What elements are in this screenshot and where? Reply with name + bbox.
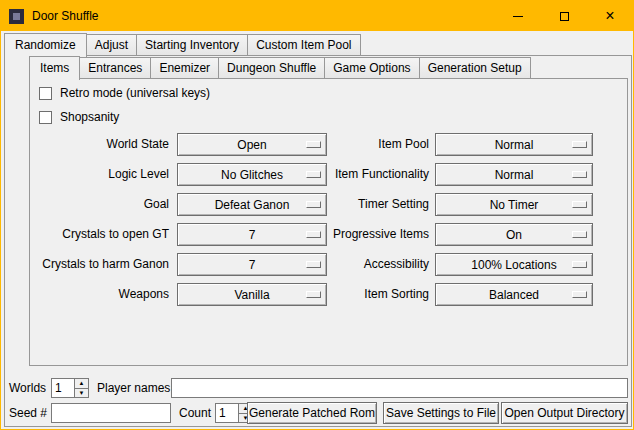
worlds-spin-arrows: ▲ ▼ xyxy=(74,379,88,397)
window-title: Door Shuffle xyxy=(32,9,99,23)
logic-level-label: Logic Level xyxy=(31,163,169,186)
item-functionality-value: Normal xyxy=(495,168,534,182)
progressive-items-label: Progressive Items xyxy=(279,223,429,246)
tab-entrances[interactable]: Entrances xyxy=(79,57,151,79)
caption-buttons: × xyxy=(495,1,633,31)
seed-label: Seed # xyxy=(9,403,47,424)
shopsanity-checkbox[interactable] xyxy=(39,111,52,124)
accessibility-label: Accessibility xyxy=(279,253,429,276)
worlds-input[interactable] xyxy=(52,379,74,397)
minimize-icon xyxy=(513,16,523,17)
close-button[interactable]: × xyxy=(587,1,633,31)
timer-setting-value: No Timer xyxy=(490,198,539,212)
weapons-value: Vanilla xyxy=(234,288,269,302)
worlds-label: Worlds xyxy=(9,378,46,399)
count-label: Count xyxy=(179,403,211,424)
accessibility-dropdown[interactable]: 100% Locations xyxy=(435,253,593,276)
minimize-button[interactable] xyxy=(495,1,541,31)
crystals-gt-value: 7 xyxy=(249,228,256,242)
item-sorting-dropdown[interactable]: Balanced xyxy=(435,283,593,306)
save-settings-button[interactable]: Save Settings to File xyxy=(383,402,499,424)
maximize-icon xyxy=(560,12,569,21)
timer-setting-label: Timer Setting xyxy=(279,193,429,216)
world-state-label: World State xyxy=(31,133,169,156)
close-icon: × xyxy=(605,8,614,24)
dropdown-indicator-icon xyxy=(572,171,587,178)
worlds-spin-up-button[interactable]: ▲ xyxy=(75,379,88,389)
world-state-value: Open xyxy=(237,138,266,152)
logic-level-value: No Glitches xyxy=(221,168,283,182)
item-sorting-value: Balanced xyxy=(489,288,539,302)
tab-enemizer[interactable]: Enemizer xyxy=(150,57,219,79)
crystals-ganon-value: 7 xyxy=(249,258,256,272)
tab-items[interactable]: Items xyxy=(29,56,80,80)
goal-label: Goal xyxy=(31,193,169,216)
player-names-label: Player names xyxy=(97,378,170,399)
item-pool-dropdown[interactable]: Normal xyxy=(435,133,593,156)
shopsanity-label: Shopsanity xyxy=(60,110,119,124)
crystals-ganon-label: Crystals to harm Ganon xyxy=(31,253,169,276)
outer-tab-bar: Randomize Adjust Starting Inventory Cust… xyxy=(4,34,361,56)
tab-dungeon-shuffle[interactable]: Dungeon Shuffle xyxy=(218,57,325,79)
generate-rom-button[interactable]: Generate Patched Rom xyxy=(247,402,377,424)
progressive-items-value: On xyxy=(506,228,522,242)
player-names-input[interactable] xyxy=(171,378,628,398)
maximize-button[interactable] xyxy=(541,1,587,31)
retro-mode-checkbox[interactable] xyxy=(39,87,52,100)
shopsanity-row: Shopsanity xyxy=(39,109,119,125)
tab-game-options[interactable]: Game Options xyxy=(324,57,419,79)
title-bar[interactable]: Door Shuffle × xyxy=(1,1,633,31)
app-icon xyxy=(9,9,24,24)
count-input[interactable] xyxy=(216,404,238,422)
dropdown-indicator-icon xyxy=(572,141,587,148)
retro-mode-label: Retro mode (universal keys) xyxy=(60,86,210,100)
worlds-spin-down-button[interactable]: ▼ xyxy=(75,389,88,398)
weapons-label: Weapons xyxy=(31,283,169,306)
inner-tab-bar: Items Entrances Enemizer Dungeon Shuffle… xyxy=(29,57,531,79)
timer-setting-dropdown[interactable]: No Timer xyxy=(435,193,593,216)
dropdown-indicator-icon xyxy=(572,201,587,208)
tab-custom-item-pool[interactable]: Custom Item Pool xyxy=(247,34,360,56)
item-functionality-dropdown[interactable]: Normal xyxy=(435,163,593,186)
dropdown-indicator-icon xyxy=(572,261,587,268)
accessibility-value: 100% Locations xyxy=(471,258,556,272)
tab-starting-inventory[interactable]: Starting Inventory xyxy=(136,34,248,56)
crystals-gt-label: Crystals to open GT xyxy=(31,223,169,246)
item-pool-label: Item Pool xyxy=(279,133,429,156)
item-sorting-label: Item Sorting xyxy=(279,283,429,306)
open-output-button[interactable]: Open Output Directory xyxy=(501,402,628,424)
item-functionality-label: Item Functionality xyxy=(279,163,429,186)
item-pool-value: Normal xyxy=(495,138,534,152)
tab-generation-setup[interactable]: Generation Setup xyxy=(419,57,531,79)
tab-randomize[interactable]: Randomize xyxy=(4,33,87,57)
retro-mode-row: Retro mode (universal keys) xyxy=(39,85,210,101)
tab-adjust[interactable]: Adjust xyxy=(86,34,137,56)
worlds-spinbox: ▲ ▼ xyxy=(51,378,89,398)
seed-input[interactable] xyxy=(51,403,171,423)
dropdown-indicator-icon xyxy=(572,291,587,298)
dropdown-indicator-icon xyxy=(572,231,587,238)
progressive-items-dropdown[interactable]: On xyxy=(435,223,593,246)
window: Door Shuffle × Randomize Adjust Starting… xyxy=(0,0,634,430)
